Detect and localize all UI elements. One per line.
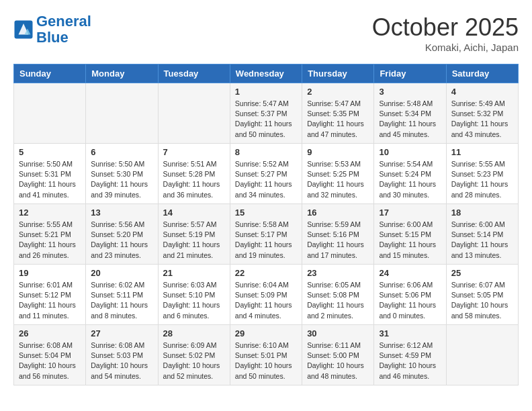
day-number: 27 xyxy=(91,328,152,338)
calendar-cell: 30Sunrise: 6:11 AMSunset: 5:00 PMDayligh… xyxy=(302,325,374,385)
calendar-cell: 16Sunrise: 5:59 AMSunset: 5:16 PMDayligh… xyxy=(302,204,374,265)
day-number: 23 xyxy=(307,268,369,278)
calendar-cell: 12Sunrise: 5:55 AMSunset: 5:21 PMDayligh… xyxy=(14,204,86,265)
day-number: 11 xyxy=(451,147,513,157)
calendar-week-1: 1Sunrise: 5:47 AMSunset: 5:37 PMDaylight… xyxy=(14,83,519,144)
day-info: Sunrise: 6:06 AMSunset: 5:06 PMDaylight:… xyxy=(379,280,441,321)
calendar-cell: 27Sunrise: 6:08 AMSunset: 5:03 PMDayligh… xyxy=(86,325,158,385)
day-info: Sunrise: 5:55 AMSunset: 5:21 PMDaylight:… xyxy=(19,220,81,261)
day-info: Sunrise: 6:05 AMSunset: 5:08 PMDaylight:… xyxy=(307,280,369,321)
weekday-sunday: Sunday xyxy=(14,64,86,83)
day-info: Sunrise: 5:49 AMSunset: 5:32 PMDaylight:… xyxy=(451,99,513,140)
logo-line2: Blue xyxy=(36,29,69,46)
day-number: 24 xyxy=(379,268,441,278)
day-number: 7 xyxy=(163,147,225,157)
calendar-cell: 13Sunrise: 5:56 AMSunset: 5:20 PMDayligh… xyxy=(86,204,158,265)
day-info: Sunrise: 5:58 AMSunset: 5:17 PMDaylight:… xyxy=(235,220,297,261)
calendar-cell: 5Sunrise: 5:50 AMSunset: 5:31 PMDaylight… xyxy=(14,144,86,204)
day-number: 3 xyxy=(379,87,441,97)
page-header: General Blue October 2025 Komaki, Aichi,… xyxy=(13,13,519,53)
day-info: Sunrise: 6:02 AMSunset: 5:11 PMDaylight:… xyxy=(91,280,152,321)
weekday-monday: Monday xyxy=(86,64,158,83)
day-number: 30 xyxy=(307,328,369,338)
day-info: Sunrise: 5:59 AMSunset: 5:16 PMDaylight:… xyxy=(307,220,369,261)
calendar-cell: 25Sunrise: 6:07 AMSunset: 5:05 PMDayligh… xyxy=(446,265,518,325)
day-number: 17 xyxy=(379,208,441,218)
day-number: 14 xyxy=(163,208,225,218)
day-number: 25 xyxy=(451,268,513,278)
logo-icon xyxy=(13,19,34,40)
calendar-cell: 18Sunrise: 6:00 AMSunset: 5:14 PMDayligh… xyxy=(446,204,518,265)
calendar-cell: 26Sunrise: 6:08 AMSunset: 5:04 PMDayligh… xyxy=(14,325,86,385)
day-number: 26 xyxy=(19,328,81,338)
calendar-body: 1Sunrise: 5:47 AMSunset: 5:37 PMDaylight… xyxy=(14,83,519,385)
day-info: Sunrise: 5:56 AMSunset: 5:20 PMDaylight:… xyxy=(91,220,152,261)
day-info: Sunrise: 6:12 AMSunset: 4:59 PMDaylight:… xyxy=(379,340,441,381)
day-info: Sunrise: 5:47 AMSunset: 5:35 PMDaylight:… xyxy=(307,99,369,140)
day-info: Sunrise: 5:50 AMSunset: 5:30 PMDaylight:… xyxy=(91,159,152,200)
calendar-cell: 22Sunrise: 6:04 AMSunset: 5:09 PMDayligh… xyxy=(230,265,302,325)
day-info: Sunrise: 6:00 AMSunset: 5:14 PMDaylight:… xyxy=(451,220,513,261)
day-info: Sunrise: 5:48 AMSunset: 5:34 PMDaylight:… xyxy=(379,99,441,140)
day-info: Sunrise: 6:04 AMSunset: 5:09 PMDaylight:… xyxy=(235,280,297,321)
weekday-wednesday: Wednesday xyxy=(230,64,302,83)
calendar-cell: 23Sunrise: 6:05 AMSunset: 5:08 PMDayligh… xyxy=(302,265,374,325)
calendar-cell: 29Sunrise: 6:10 AMSunset: 5:01 PMDayligh… xyxy=(230,325,302,385)
month-title: October 2025 xyxy=(372,13,519,42)
day-number: 2 xyxy=(307,87,369,97)
weekday-friday: Friday xyxy=(374,64,446,83)
day-number: 8 xyxy=(235,147,297,157)
calendar-cell: 17Sunrise: 6:00 AMSunset: 5:15 PMDayligh… xyxy=(374,204,446,265)
calendar-cell xyxy=(446,325,518,385)
day-info: Sunrise: 5:55 AMSunset: 5:23 PMDaylight:… xyxy=(451,159,513,200)
day-number: 18 xyxy=(451,208,513,218)
calendar-cell: 14Sunrise: 5:57 AMSunset: 5:19 PMDayligh… xyxy=(158,204,230,265)
day-info: Sunrise: 5:57 AMSunset: 5:19 PMDaylight:… xyxy=(163,220,225,261)
calendar-header: SundayMondayTuesdayWednesdayThursdayFrid… xyxy=(14,64,519,83)
calendar-cell: 20Sunrise: 6:02 AMSunset: 5:11 PMDayligh… xyxy=(86,265,158,325)
day-number: 12 xyxy=(19,208,81,218)
calendar-week-4: 19Sunrise: 6:01 AMSunset: 5:12 PMDayligh… xyxy=(14,265,519,325)
calendar-cell: 6Sunrise: 5:50 AMSunset: 5:30 PMDaylight… xyxy=(86,144,158,204)
day-number: 21 xyxy=(163,268,225,278)
day-info: Sunrise: 5:53 AMSunset: 5:25 PMDaylight:… xyxy=(307,159,369,200)
calendar-week-2: 5Sunrise: 5:50 AMSunset: 5:31 PMDaylight… xyxy=(14,144,519,204)
day-info: Sunrise: 5:50 AMSunset: 5:31 PMDaylight:… xyxy=(19,159,81,200)
day-number: 9 xyxy=(307,147,369,157)
day-number: 13 xyxy=(91,208,152,218)
day-info: Sunrise: 6:09 AMSunset: 5:02 PMDaylight:… xyxy=(163,340,225,381)
title-block: October 2025 Komaki, Aichi, Japan xyxy=(372,13,519,53)
day-info: Sunrise: 5:52 AMSunset: 5:27 PMDaylight:… xyxy=(235,159,297,200)
day-number: 22 xyxy=(235,268,297,278)
weekday-saturday: Saturday xyxy=(446,64,518,83)
day-number: 29 xyxy=(235,328,297,338)
calendar-week-3: 12Sunrise: 5:55 AMSunset: 5:21 PMDayligh… xyxy=(14,204,519,265)
day-info: Sunrise: 5:51 AMSunset: 5:28 PMDaylight:… xyxy=(163,159,225,200)
day-number: 6 xyxy=(91,147,152,157)
calendar-cell: 15Sunrise: 5:58 AMSunset: 5:17 PMDayligh… xyxy=(230,204,302,265)
calendar-cell: 3Sunrise: 5:48 AMSunset: 5:34 PMDaylight… xyxy=(374,83,446,144)
calendar-cell: 24Sunrise: 6:06 AMSunset: 5:06 PMDayligh… xyxy=(374,265,446,325)
day-number: 4 xyxy=(451,87,513,97)
calendar-cell: 28Sunrise: 6:09 AMSunset: 5:02 PMDayligh… xyxy=(158,325,230,385)
day-number: 28 xyxy=(163,328,225,338)
day-info: Sunrise: 5:47 AMSunset: 5:37 PMDaylight:… xyxy=(235,99,297,140)
day-number: 5 xyxy=(19,147,81,157)
day-number: 15 xyxy=(235,208,297,218)
logo: General Blue xyxy=(13,13,91,46)
location: Komaki, Aichi, Japan xyxy=(372,42,519,53)
day-info: Sunrise: 6:08 AMSunset: 5:04 PMDaylight:… xyxy=(19,340,81,381)
calendar-cell: 7Sunrise: 5:51 AMSunset: 5:28 PMDaylight… xyxy=(158,144,230,204)
day-info: Sunrise: 6:10 AMSunset: 5:01 PMDaylight:… xyxy=(235,340,297,381)
calendar-cell: 21Sunrise: 6:03 AMSunset: 5:10 PMDayligh… xyxy=(158,265,230,325)
calendar-table: SundayMondayTuesdayWednesdayThursdayFrid… xyxy=(13,64,519,385)
day-number: 16 xyxy=(307,208,369,218)
day-info: Sunrise: 6:00 AMSunset: 5:15 PMDaylight:… xyxy=(379,220,441,261)
day-number: 20 xyxy=(91,268,152,278)
day-info: Sunrise: 5:54 AMSunset: 5:24 PMDaylight:… xyxy=(379,159,441,200)
calendar-cell: 2Sunrise: 5:47 AMSunset: 5:35 PMDaylight… xyxy=(302,83,374,144)
calendar-cell: 31Sunrise: 6:12 AMSunset: 4:59 PMDayligh… xyxy=(374,325,446,385)
calendar-week-5: 26Sunrise: 6:08 AMSunset: 5:04 PMDayligh… xyxy=(14,325,519,385)
day-number: 1 xyxy=(235,87,297,97)
day-info: Sunrise: 6:07 AMSunset: 5:05 PMDaylight:… xyxy=(451,280,513,321)
